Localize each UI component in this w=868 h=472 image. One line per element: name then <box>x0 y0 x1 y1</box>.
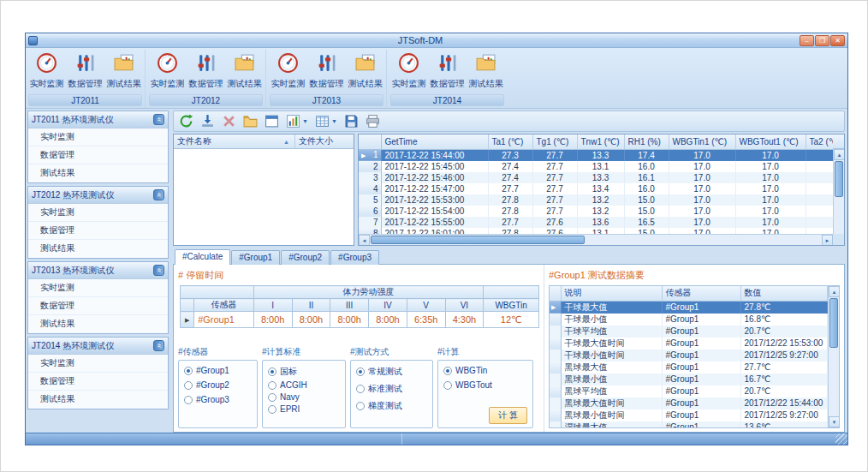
sidebar-item-jt2014-results[interactable]: 测试结果 <box>28 391 168 409</box>
nav-header-jt2012[interactable]: JT2012 热环境测试仪 « <box>28 187 168 204</box>
sidebar-item-jt2013-datamgmt[interactable]: 数据管理 <box>28 297 168 315</box>
sidebar-item-jt2012-results[interactable]: 测试结果 <box>28 240 168 258</box>
sidebar-item-jt2013-realtime[interactable]: 实时监测 <box>28 279 168 297</box>
summary-row[interactable]: 黑球平均值#Group120.7℃ <box>550 385 828 397</box>
grid-vertical-scrollbar[interactable]: ▲ <box>833 149 844 234</box>
jt2012-results-button[interactable]: 测试结果 <box>225 50 264 93</box>
grid-row-selected[interactable]: ▶1 2017-12-22 15:44:0027.327.713.317.417… <box>359 149 833 161</box>
column-header[interactable]: Tg1 (℃) <box>532 134 577 149</box>
column-header[interactable]: Ta1 (℃) <box>488 134 532 149</box>
horizontal-scroll-thumb[interactable] <box>371 236 585 244</box>
grid-row[interactable]: 7 2017-12-22 15:55:0027.727.613.616.517.… <box>359 217 833 228</box>
stay-data-row[interactable]: ▶ #Group1 8:00h 8:00h 8:00h 8:00h 6:35h … <box>181 312 539 328</box>
grid-row[interactable]: 2 2017-12-22 15:45:0027.427.713.116.017.… <box>359 161 833 172</box>
column-header[interactable]: GetTime <box>381 134 488 149</box>
jt2012-realtime-button[interactable]: 实时监测 <box>148 50 187 93</box>
open-folder-button[interactable] <box>241 113 259 129</box>
radio-method-normal[interactable]: 常规测试 <box>356 366 427 378</box>
resize-grip[interactable] <box>835 433 847 445</box>
print-button[interactable] <box>364 113 382 129</box>
jt2013-datamgmt-button[interactable]: 数据管理 <box>307 50 346 93</box>
jt2011-realtime-button[interactable]: 实时监测 <box>27 50 66 93</box>
column-header[interactable]: Ta2 (℃ <box>806 134 833 149</box>
jt2014-datamgmt-button[interactable]: 数据管理 <box>428 50 467 93</box>
radio-standard-acgih[interactable]: ACGIH <box>268 380 340 390</box>
sidebar-item-jt2014-datamgmt[interactable]: 数据管理 <box>28 373 168 391</box>
refresh-button[interactable] <box>177 113 195 129</box>
vertical-scroll-thumb[interactable] <box>835 161 843 197</box>
sidebar-item-jt2012-realtime[interactable]: 实时监测 <box>28 204 168 222</box>
jt2013-realtime-button[interactable]: 实时监测 <box>269 50 307 93</box>
nav-header-jt2013[interactable]: JT2013 热环境测试仪 « <box>28 262 168 279</box>
radio-wbgtout[interactable]: WBGTout <box>443 380 527 390</box>
radio-sensor-group3[interactable]: #Group3 <box>184 395 252 404</box>
nav-header-jt2014[interactable]: JT2014 热环境测试仪 « <box>28 338 168 355</box>
column-header[interactable]: WBGTin1 (℃) <box>669 134 735 149</box>
column-header-filename[interactable]: 文件名称 ▲ <box>174 134 295 148</box>
summary-row[interactable]: 黑球最大值#Group127.7℃ <box>550 361 828 373</box>
summary-row[interactable]: 干球平均值#Group120.7℃ <box>550 326 828 338</box>
sidebar-item-jt2011-datamgmt[interactable]: 数据管理 <box>28 146 168 164</box>
jt2014-realtime-button[interactable]: 实时监测 <box>389 50 428 93</box>
scroll-down-icon[interactable]: ▼ <box>829 416 840 427</box>
radio-sensor-group1[interactable]: #Group1 <box>184 366 252 375</box>
export-button[interactable] <box>263 113 281 129</box>
jt2011-datamgmt-button[interactable]: 数据管理 <box>66 50 104 93</box>
grid-row[interactable]: 4 2017-12-22 15:47:0027.727.713.416.017.… <box>359 183 833 194</box>
scroll-right-icon[interactable]: ► <box>822 235 833 246</box>
summary-row[interactable]: 黑球最大值时间#Group12017/12/22 15:44:00 <box>550 397 828 409</box>
summary-row[interactable]: 黑球最小值#Group116.7℃ <box>550 373 828 385</box>
column-header[interactable]: 数值 <box>740 286 828 301</box>
summary-row[interactable]: 黑球最小值时间#Group12017/12/25 9:27:00 <box>550 409 828 421</box>
column-header[interactable]: Tnw1 (℃) <box>577 134 624 149</box>
summary-row[interactable]: 湿球最大值#Group113.6℃ <box>550 421 828 428</box>
file-list-body[interactable] <box>174 149 354 245</box>
radio-standard-epri[interactable]: EPRI <box>268 404 340 414</box>
compute-button[interactable]: 计 算 <box>489 407 527 424</box>
radio-method-gradient[interactable]: 梯度测试 <box>356 400 427 412</box>
vertical-scroll-thumb[interactable] <box>829 298 838 348</box>
sidebar-item-jt2011-realtime[interactable]: 实时监测 <box>28 128 168 146</box>
radio-sensor-group2[interactable]: #Group2 <box>184 380 252 390</box>
tab-group1[interactable]: #Group1 <box>231 250 280 265</box>
chart-view-button[interactable]: ▼ <box>284 113 310 129</box>
summary-vertical-scrollbar[interactable]: ▲ ▼ <box>828 286 839 427</box>
scroll-left-icon[interactable]: ◄ <box>359 235 370 246</box>
tab-group3[interactable]: #Group3 <box>330 250 379 265</box>
column-header-filesize[interactable]: 文件大小 <box>295 134 354 148</box>
nav-header-jt2011[interactable]: JT2011 热环境测试仪 « <box>28 111 168 128</box>
table-view-button[interactable]: ▼ <box>313 113 339 129</box>
jt2014-results-button[interactable]: 测试结果 <box>467 50 505 93</box>
jt2012-datamgmt-button[interactable]: 数据管理 <box>187 50 225 93</box>
sidebar-item-jt2013-results[interactable]: 测试结果 <box>28 315 168 333</box>
grid-row[interactable]: 5 2017-12-22 15:53:0027.827.713.215.017.… <box>359 194 833 206</box>
summary-row-selected[interactable]: ▶干球最大值#Group127.8℃ <box>550 301 828 314</box>
grid-row[interactable]: 3 2017-12-22 15:46:0027.427.713.316.117.… <box>359 172 833 183</box>
delete-button[interactable] <box>220 113 238 129</box>
column-header[interactable]: 传感器 <box>662 286 740 301</box>
restore-button[interactable]: ❐ <box>815 35 829 46</box>
scroll-up-icon[interactable]: ▲ <box>834 149 845 160</box>
minimize-button[interactable]: – <box>800 35 814 46</box>
grid-horizontal-scrollbar[interactable]: ◄ ► <box>359 234 833 245</box>
radio-standard-gb[interactable]: 国标 <box>268 366 340 378</box>
collapse-chevron-icon[interactable]: « <box>153 114 164 125</box>
radio-standard-navy[interactable]: Navy <box>268 392 340 402</box>
scroll-up-icon[interactable]: ▲ <box>829 286 840 297</box>
grid-row[interactable]: 8 2017-12-22 16:01:0027.827.613.115.017.… <box>359 228 833 235</box>
grid-row[interactable]: 6 2017-12-22 15:54:0027.827.713.215.017.… <box>359 206 833 217</box>
import-button[interactable] <box>199 113 217 129</box>
column-header[interactable]: WBGTout1 (℃) <box>735 134 806 149</box>
sidebar-item-jt2014-realtime[interactable]: 实时监测 <box>28 355 168 373</box>
radio-wbgtin[interactable]: WBGTin <box>443 366 527 375</box>
collapse-chevron-icon[interactable]: « <box>153 340 164 351</box>
jt2011-results-button[interactable]: 测试结果 <box>104 50 143 93</box>
column-header[interactable]: RH1 (%) <box>624 134 669 149</box>
tab-calculate[interactable]: #Calculate <box>175 249 230 265</box>
collapse-chevron-icon[interactable]: « <box>153 265 164 276</box>
summary-row[interactable]: 干球最大值时间#Group12017/12/22 15:53:00 <box>550 338 828 350</box>
sidebar-item-jt2011-results[interactable]: 测试结果 <box>28 164 168 182</box>
summary-row[interactable]: 干球最小值时间#Group12017/12/25 9:27:00 <box>550 350 828 361</box>
summary-row[interactable]: 干球最小值#Group116.8℃ <box>550 314 828 326</box>
jt2013-results-button[interactable]: 测试结果 <box>346 50 384 93</box>
